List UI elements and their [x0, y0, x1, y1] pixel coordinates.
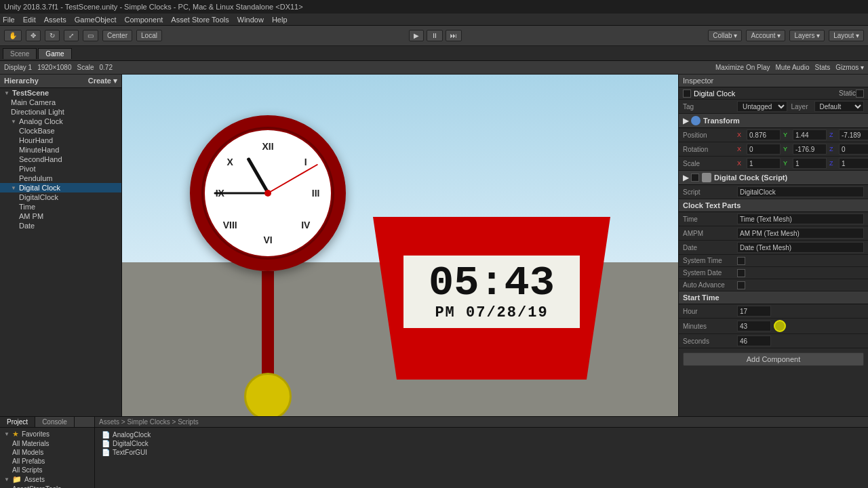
hierarchy-item-testscene[interactable]: ▼ TestScene	[0, 88, 121, 98]
pause-button[interactable]: ⏸	[427, 30, 443, 41]
hierarchy-item-pendulum[interactable]: Pendulum	[0, 174, 121, 183]
date-field[interactable]	[737, 242, 864, 253]
roman-3: III	[312, 188, 320, 199]
minutes-field[interactable]	[737, 321, 771, 331]
move-tool-button[interactable]: ✥	[26, 30, 41, 41]
layout-button[interactable]: Layout ▾	[829, 30, 864, 41]
center-dot	[264, 190, 271, 197]
hand-tool-button[interactable]: ✋	[4, 30, 22, 41]
layers-button[interactable]: Layers ▾	[789, 30, 825, 41]
game-toolbar: Display 1 1920×1080 Scale 0.72 Maximize …	[0, 61, 868, 75]
menu-assetstoretools[interactable]: Asset Store Tools	[171, 16, 229, 24]
menu-component[interactable]: Component	[124, 16, 163, 24]
hierarchy-item-analogclock[interactable]: ▼ Analog Clock	[0, 117, 121, 126]
play-button[interactable]: ▶	[409, 30, 424, 41]
scale-x-field[interactable]	[747, 158, 781, 169]
layer-select[interactable]: Default	[814, 101, 865, 112]
menu-help[interactable]: Help	[272, 16, 288, 24]
static-checkbox[interactable]	[856, 89, 864, 98]
script-title: Digital Clock (Script)	[714, 174, 787, 182]
analog-clock-script[interactable]: 📄 AnalogClock	[95, 430, 868, 439]
step-button[interactable]: ⏭	[446, 30, 462, 41]
digital-clock-script[interactable]: 📄 DigitalClock	[95, 439, 868, 448]
rot-y-field[interactable]	[793, 144, 827, 155]
seconds-field[interactable]	[737, 336, 771, 346]
rect-tool-button[interactable]: ▭	[83, 30, 98, 41]
console-tab[interactable]: Console	[35, 417, 75, 427]
hierarchy-item-time[interactable]: Time	[0, 202, 121, 211]
rot-z-field[interactable]	[839, 144, 868, 155]
assetstoretools-item[interactable]: AssetStoreTools	[0, 485, 94, 488]
time-part-label: Time	[683, 216, 737, 223]
stats-btn[interactable]: Stats	[815, 64, 831, 71]
pivot-button[interactable]: Center	[102, 30, 132, 41]
bottom-tabs: Project Console	[0, 417, 94, 428]
object-name-row: Digital Clock Static	[679, 87, 868, 100]
system-date-checkbox[interactable]	[737, 269, 745, 277]
all-materials-item[interactable]: All Materials	[0, 439, 94, 448]
rotate-tool-button[interactable]: ↻	[45, 30, 60, 41]
hierarchy-item-ampm[interactable]: AM PM	[0, 211, 121, 221]
menu-edit[interactable]: Edit	[23, 16, 36, 24]
scale-y-field[interactable]	[793, 158, 827, 169]
script-field[interactable]	[737, 186, 864, 197]
hierarchy-item-digitalclock[interactable]: ▼ Digital Clock	[0, 183, 121, 192]
active-checkbox[interactable]	[683, 89, 691, 98]
auto-advance-checkbox[interactable]	[737, 281, 745, 289]
assets-folder-icon: 📁	[12, 475, 22, 484]
hierarchy-item-secondhand[interactable]: SecondHand	[0, 155, 121, 164]
script-active-checkbox[interactable]	[691, 174, 699, 182]
account-button[interactable]: Account ▾	[746, 30, 785, 41]
all-models-item[interactable]: All Models	[0, 448, 94, 457]
display-label: Display 1	[4, 64, 32, 71]
pos-y-field[interactable]	[793, 129, 827, 140]
hierarchy-item-dirlight[interactable]: Directional Light	[0, 107, 121, 117]
add-component-button[interactable]: Add Component	[683, 352, 864, 366]
scale-value: 0.72	[100, 64, 113, 71]
hierarchy-item-date[interactable]: Date	[0, 221, 121, 230]
menu-assets[interactable]: Assets	[44, 16, 66, 24]
sy-label: Y	[783, 160, 790, 167]
gizmos-btn[interactable]: Gizmos ▾	[835, 64, 864, 71]
hierarchy-item-minutehand[interactable]: MinuteHand	[0, 145, 121, 155]
hour-field[interactable]	[737, 306, 771, 317]
hierarchy-panel: Hierarchy Create ▾ ▼ TestScene Main Came…	[0, 75, 122, 416]
textforgui-script[interactable]: 📄 TextForGUI	[95, 448, 868, 457]
minutes-row: Minutes	[679, 319, 868, 334]
maximize-btn[interactable]: Maximize On Play	[715, 64, 770, 71]
tag-select[interactable]: Untagged	[737, 101, 787, 112]
hierarchy-item-pivot[interactable]: Pivot	[0, 164, 121, 174]
hierarchy-item-hourhand[interactable]: HourHand	[0, 136, 121, 145]
hierarchy-item-clockbase[interactable]: ClockBase	[0, 126, 121, 136]
scene-tab[interactable]: Scene	[3, 48, 37, 59]
time-field[interactable]	[737, 214, 864, 224]
project-tab[interactable]: Project	[0, 417, 35, 427]
pos-x-field[interactable]	[747, 129, 781, 140]
all-prefabs-item[interactable]: All Prefabs	[0, 457, 94, 466]
system-time-checkbox[interactable]	[737, 257, 745, 265]
favorites-item[interactable]: ▼ ★ Favorites	[0, 429, 94, 439]
hierarchy-create-btn[interactable]: Create ▾	[88, 77, 117, 85]
expand-icon: ▼	[4, 90, 9, 96]
script-icon-2: 📄	[102, 440, 110, 447]
menu-window[interactable]: Window	[237, 16, 264, 24]
menu-file[interactable]: File	[3, 16, 15, 24]
mute-btn[interactable]: Mute Audio	[775, 64, 809, 71]
ampm-field[interactable]	[737, 228, 864, 239]
all-scripts-item[interactable]: All Scripts	[0, 466, 94, 474]
hierarchy-item-digitalclock2[interactable]: DigitalClock	[0, 192, 121, 202]
script-section: ▶ Digital Clock (Script)	[679, 171, 868, 185]
game-viewport[interactable]: XII I III IV VI VIII IX X	[122, 75, 678, 416]
space-button[interactable]: Local	[136, 30, 162, 41]
hierarchy-item-maincamera[interactable]: Main Camera	[0, 98, 121, 107]
assets-item[interactable]: ▼ 📁 Assets	[0, 474, 94, 485]
rot-x-field[interactable]	[747, 144, 781, 155]
roman-8: VIII	[223, 220, 237, 230]
game-tab[interactable]: Game	[38, 48, 71, 59]
pos-z-field[interactable]	[839, 129, 868, 140]
scale-z-field[interactable]	[839, 158, 868, 169]
menu-gameobject[interactable]: GameObject	[75, 16, 117, 24]
collab-button[interactable]: Collab ▾	[708, 30, 742, 41]
start-time-title: Start Time	[683, 293, 719, 302]
scale-tool-button[interactable]: ⤢	[64, 30, 79, 41]
